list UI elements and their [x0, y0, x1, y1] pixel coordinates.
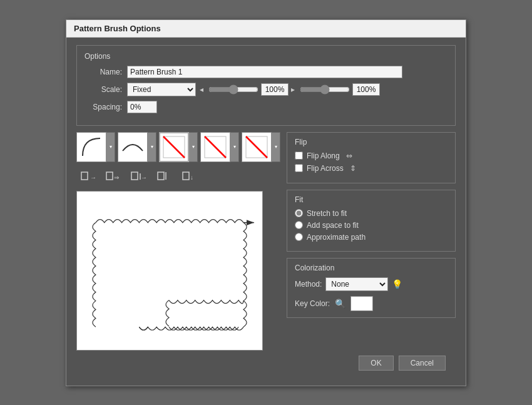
fit-option-3-row: Approximate path [295, 233, 448, 242]
preview-area [76, 191, 263, 351]
tile-5[interactable] [242, 132, 272, 162]
fit-addspace-radio[interactable] [295, 221, 303, 229]
scale-pct-input-2[interactable] [352, 83, 380, 96]
tip-bulb-icon[interactable]: 💡 [392, 279, 402, 289]
svg-text:→: → [141, 174, 147, 181]
spacing-input[interactable] [127, 101, 157, 113]
tile-4-dropdown[interactable]: ▾ [230, 132, 239, 162]
fit-approx-label: Approximate path [307, 233, 366, 242]
tile-1[interactable] [76, 132, 106, 162]
tile-2-wrapper: ▾ [118, 132, 156, 162]
svg-text:⇒: ⇒ [114, 174, 119, 181]
right-panel: Flip Flip Along ⇔ Flip Across ⇕ Fit [287, 132, 456, 351]
tile-5-wrapper: ▾ [242, 132, 280, 162]
arrow-left-icon-1: ◂ [200, 85, 203, 94]
scale-slider-1[interactable] [208, 85, 258, 95]
preview-svg [77, 192, 262, 350]
options-section: Options Name: Scale: Fixed Proportional … [76, 45, 456, 126]
fit-section: Fit Stretch to fit Add space to fit Appr… [287, 190, 456, 252]
flip-across-label: Flip Across [307, 164, 344, 173]
name-row: Name: [84, 66, 448, 78]
tile-4-content [203, 135, 227, 159]
tile-1-dropdown[interactable]: ▾ [106, 132, 115, 162]
flip-across-row: Flip Across ⇕ [295, 164, 448, 173]
key-color-label: Key Color: [295, 299, 330, 308]
eyedropper-icon[interactable]: 🔍 [335, 299, 345, 309]
transform-icon-5[interactable]: ↓ [179, 166, 199, 186]
tile-3-wrapper: ▾ [159, 132, 198, 162]
flip-section: Flip Flip Along ⇔ Flip Across ⇕ [287, 132, 456, 183]
transform-icon-2[interactable]: ⇒ [104, 166, 124, 186]
svg-rect-6 [81, 172, 88, 180]
svg-line-5 [246, 136, 267, 158]
tile-4-wrapper: ▾ [200, 132, 239, 162]
main-area: ▾ ▾ [76, 132, 456, 351]
flip-across-checkbox[interactable] [295, 164, 303, 172]
cancel-button[interactable]: Cancel [399, 356, 446, 371]
colorization-section: Colorization Method: None Tints Tints an… [287, 258, 456, 318]
tile-5-content [245, 135, 269, 159]
brush-tiles: ▾ ▾ [76, 132, 280, 162]
tile-2-content [121, 135, 145, 159]
slider-group-1: ◂ ▸ [200, 83, 380, 96]
name-label: Name: [84, 68, 122, 76]
scale-select[interactable]: Fixed Proportional [127, 83, 196, 96]
svg-line-3 [205, 136, 226, 158]
flip-along-icon: ⇔ [346, 151, 352, 160]
name-input[interactable] [127, 66, 402, 78]
method-select[interactable]: None Tints Tints and Shades Hue Shift [325, 277, 388, 291]
transform-icon-1[interactable]: → [79, 166, 99, 186]
tile-1-content [79, 135, 103, 159]
scale-slider-2[interactable] [300, 85, 350, 95]
flip-along-checkbox[interactable] [295, 151, 303, 160]
fit-addspace-label: Add space to fit [307, 221, 359, 230]
tile-3[interactable] [159, 132, 189, 162]
fit-option-1-row: Stretch to fit [295, 209, 448, 218]
flip-along-row: Flip Along ⇔ [295, 151, 448, 160]
tile-2[interactable] [118, 132, 148, 162]
dialog-title: Pattern Brush Options [66, 20, 466, 38]
scale-pct-input-1[interactable] [261, 83, 289, 96]
dialog-buttons: OK Cancel [76, 351, 456, 378]
transform-icon-3[interactable]: → [129, 166, 149, 186]
flip-across-icon: ⇕ [350, 164, 356, 173]
key-color-row: Key Color: 🔍 [295, 296, 448, 311]
transform-icon-4[interactable] [154, 166, 174, 186]
tile-3-content [162, 135, 186, 159]
fit-approx-radio[interactable] [295, 233, 303, 241]
arrow-right-icon-1: ▸ [291, 85, 295, 94]
options-section-title: Options [84, 52, 448, 61]
colorization-section-title: Colorization [295, 264, 448, 272]
fit-stretch-radio[interactable] [295, 209, 303, 217]
fit-stretch-label: Stretch to fit [307, 209, 347, 218]
flip-section-title: Flip [295, 138, 448, 146]
fit-option-2-row: Add space to fit [295, 221, 448, 230]
svg-rect-8 [106, 172, 113, 180]
pattern-brush-options-dialog: Pattern Brush Options Options Name: Scal… [66, 19, 466, 386]
tile-3-dropdown[interactable]: ▾ [189, 132, 198, 162]
key-color-swatch[interactable] [350, 296, 373, 311]
tile-5-dropdown[interactable]: ▾ [272, 132, 280, 162]
svg-rect-15 [183, 172, 189, 180]
svg-rect-10 [131, 172, 138, 180]
method-label: Method: [295, 280, 322, 289]
svg-text:↓: ↓ [190, 174, 193, 181]
scale-label: Scale: [84, 85, 122, 94]
tile-1-wrapper: ▾ [76, 132, 115, 162]
scale-row: Scale: Fixed Proportional ◂ ▸ [84, 83, 448, 96]
tile-4[interactable] [200, 132, 230, 162]
svg-line-1 [163, 136, 185, 158]
fit-section-title: Fit [295, 195, 448, 204]
ok-button[interactable]: OK [359, 356, 393, 371]
spacing-row: Spacing: [84, 101, 448, 113]
svg-rect-13 [158, 172, 164, 180]
svg-text:→: → [90, 174, 96, 181]
method-row: Method: None Tints Tints and Shades Hue … [295, 277, 448, 291]
tile-2-dropdown[interactable]: ▾ [148, 132, 156, 162]
left-panel: ▾ ▾ [76, 132, 280, 351]
transform-icons: → ⇒ → [76, 166, 280, 186]
spacing-label: Spacing: [84, 103, 122, 111]
flip-along-label: Flip Along [307, 151, 340, 160]
